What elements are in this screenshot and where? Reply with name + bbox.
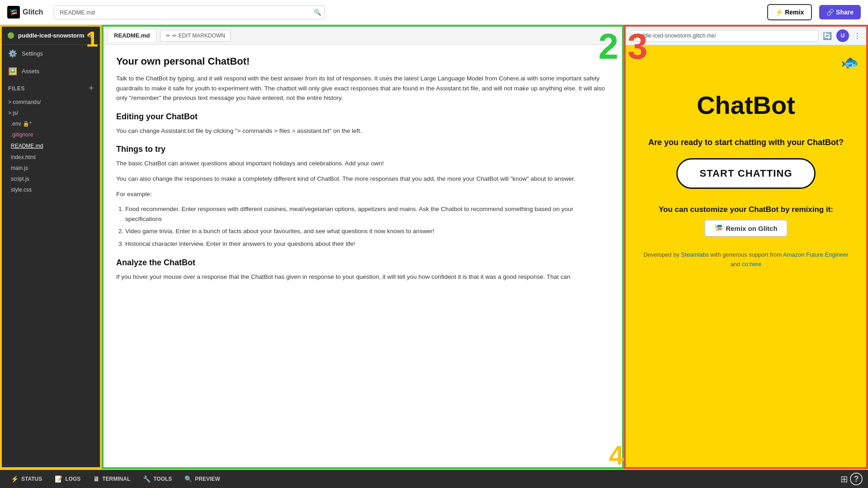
browser-url-input[interactable] (630, 30, 818, 42)
edit-label: ✏ EDIT MARKDOWN (172, 33, 225, 39)
file-name: .env 🔒* (11, 121, 32, 127)
status-icon: ⚡ (11, 475, 19, 483)
editor-section1: Editing your ChatBot (116, 112, 609, 122)
editor-intro: Talk to the ChatBot by typing, and it wi… (116, 74, 609, 103)
top-nav: 🎏 Glitch 🔍 ⚡ Remix 🔗 Share (0, 0, 868, 25)
editor-section1-text: You can change Assistant.txt file by cli… (116, 126, 609, 136)
help-button[interactable]: ? (850, 473, 863, 485)
logs-icon: 📝 (55, 475, 62, 483)
list-item: Food recommender. Enter responses with d… (125, 204, 609, 224)
status-bar-item[interactable]: ⚡ STATUS (5, 473, 47, 485)
customize-text: You can customize your ChatBot by remixi… (659, 205, 833, 214)
search-icon-button[interactable]: 🔍 (314, 9, 321, 16)
assets-icon: 🖼️ (8, 67, 17, 75)
editor-content: Your own personal ChatBot! Talk to the C… (104, 45, 622, 467)
list-item[interactable]: style.css (2, 184, 100, 195)
list-item[interactable]: > commands/ (2, 97, 100, 108)
assets-label: Assets (22, 68, 39, 75)
file-name: > js/ (8, 110, 18, 116)
preview-icon: 🔍 (184, 475, 192, 483)
remix-on-glitch-button[interactable]: 🎏 Remix on Glitch (704, 220, 787, 237)
preview-label: PREVIEW (195, 476, 220, 482)
tools-icon: 🔧 (143, 475, 151, 483)
list-item[interactable]: .gitignore (2, 129, 100, 140)
tools-label: TOOLS (153, 476, 172, 482)
editor-section2-p2: You can also change the responses to mak… (116, 174, 609, 184)
editor-panel: 2 README.md ✏ ✏ EDIT MARKDOWN Your own p… (102, 25, 624, 469)
logs-label: LOGS (65, 476, 80, 482)
editor-section2: Things to try (116, 145, 609, 154)
logo[interactable]: 🎏 Glitch (7, 6, 43, 19)
file-name: README.md (11, 143, 43, 149)
sidebar-header: 🟢 puddle-iced-snowstorm ≪ (2, 27, 100, 45)
terminal-label: TERMINAL (102, 476, 130, 482)
editor-section3-text: If you hover your mouse over a response … (116, 272, 609, 282)
preview-panel: 3 🔄 U ⋮ 🐟 ChatBot Are you ready to start… (624, 25, 868, 469)
grid-button[interactable]: ⊞ (840, 474, 848, 484)
editor-section3: Analyze the ChatBot (116, 258, 609, 267)
tab-readme[interactable]: README.md (107, 29, 156, 42)
project-name: 🟢 puddle-iced-snowstorm (7, 32, 85, 39)
editor-section2-intro: The basic ChatBot can answer questions a… (116, 159, 609, 169)
sidebar-item-settings[interactable]: ⚙️ Settings (2, 45, 100, 62)
sidebar: 1 🟢 puddle-iced-snowstorm ≪ ⚙️ Settings … (0, 25, 102, 469)
glitch-logo-icon: 🎏 (7, 6, 20, 19)
editor-tabs: README.md ✏ ✏ EDIT MARKDOWN (104, 27, 622, 45)
and-text: and (731, 261, 742, 267)
logo-text: Glitch (23, 8, 43, 16)
browser-bar: 🔄 U ⋮ (626, 27, 866, 45)
preview-content: 🐟 ChatBot Are you ready to start chattin… (626, 45, 866, 467)
list-item[interactable]: > js/ (2, 108, 100, 118)
settings-label: Settings (22, 50, 43, 57)
list-item[interactable]: README.md ⋯ (2, 140, 100, 152)
developed-by-text: Developed by Steamlabs with generous sup… (643, 250, 848, 269)
developed-prefix: Developed by (643, 251, 681, 258)
fish-decoration: 🐟 (841, 54, 859, 71)
main-area: 1 🟢 puddle-iced-snowstorm ≪ ⚙️ Settings … (0, 25, 868, 469)
add-file-button[interactable]: + (89, 84, 94, 93)
file-name: main.js (11, 165, 28, 171)
list-item[interactable]: index.html (2, 152, 100, 163)
list-item[interactable]: main.js (2, 163, 100, 174)
amazon-link[interactable]: Amazon Future Engineer (783, 251, 849, 258)
browser-refresh-button[interactable]: 🔄 (822, 31, 833, 41)
browser-menu-button[interactable]: ⋮ (853, 31, 862, 41)
remix-button[interactable]: ⚡ Remix (767, 4, 812, 20)
bottom-bar: ⚡ STATUS 📝 LOGS 🖥 TERMINAL 🔧 TOOLS 🔍 PRE… (0, 469, 868, 488)
chatbot-title: ChatBot (697, 90, 795, 120)
logs-bar-item[interactable]: 📝 LOGS (49, 473, 86, 485)
share-button[interactable]: 🔗 Share (819, 5, 861, 19)
list-item: Historical character interview. Enter in… (125, 239, 609, 249)
status-label: STATUS (21, 476, 42, 482)
search-input[interactable] (54, 5, 325, 19)
file-name: .gitignore (11, 131, 33, 138)
search-bar: 🔍 (54, 5, 325, 19)
file-name: > commands/ (8, 99, 41, 105)
sidebar-item-assets[interactable]: 🖼️ Assets (2, 62, 100, 80)
start-chatting-button[interactable]: START CHATTING (676, 158, 815, 189)
file-name: script.js (11, 176, 29, 182)
remix-label: Remix on Glitch (726, 225, 777, 232)
settings-icon: ⚙️ (8, 49, 17, 58)
edit-icon: ✏ (166, 33, 170, 39)
edit-markdown-button[interactable]: ✏ ✏ EDIT MARKDOWN (160, 30, 231, 42)
remix-icon: 🎏 (714, 224, 723, 232)
chatbot-subtitle: Are you ready to start chatting with you… (648, 138, 844, 147)
file-name: index.html (11, 154, 36, 160)
steamlabs-link[interactable]: Steamlabs (681, 251, 709, 258)
list-item[interactable]: script.js (2, 174, 100, 184)
cohere-link[interactable]: co:here (742, 261, 761, 267)
editor-list: Food recommender. Enter responses with d… (125, 204, 609, 249)
editor-title: Your own personal ChatBot! (116, 56, 609, 67)
files-label: Files (8, 85, 25, 92)
sidebar-collapse-button[interactable]: ≪ (87, 31, 94, 40)
terminal-icon: 🖥 (93, 475, 99, 483)
list-item[interactable]: .env 🔒* (2, 118, 100, 129)
files-section-header: Files + (2, 80, 100, 97)
file-name: style.css (11, 187, 32, 193)
list-item: Video game trivia. Enter in a bunch of f… (125, 226, 609, 236)
with-text: with generous support from (709, 251, 783, 258)
tools-bar-item[interactable]: 🔧 TOOLS (137, 473, 177, 485)
preview-bar-item[interactable]: 🔍 PREVIEW (179, 473, 225, 485)
terminal-bar-item[interactable]: 🖥 TERMINAL (88, 473, 136, 485)
